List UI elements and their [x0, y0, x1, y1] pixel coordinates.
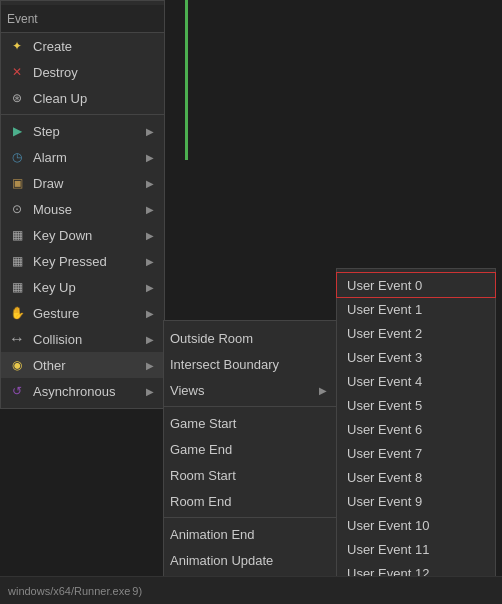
menu-item-destroy[interactable]: ✕ Destroy — [1, 59, 164, 85]
other-arrow: ▶ — [146, 360, 156, 370]
user-event-2-label: User Event 2 — [347, 326, 485, 341]
cleanup-icon: ⊛ — [7, 88, 27, 108]
menu-item-cleanup[interactable]: ⊛ Clean Up — [1, 85, 164, 111]
user-event-3-label: User Event 3 — [347, 350, 485, 365]
destroy-label: Destroy — [33, 65, 156, 80]
game-end-label: Game End — [170, 442, 329, 457]
l3-user-event-7[interactable]: User Event 7 — [337, 441, 495, 465]
draw-icon: ▣ — [7, 173, 27, 193]
menu-header: Event — [1, 5, 164, 33]
outside-room-label: Outside Room — [170, 331, 329, 346]
mouse-arrow: ▶ — [146, 204, 156, 214]
draw-label: Draw — [33, 176, 138, 191]
l3-user-event-6[interactable]: User Event 6 — [337, 417, 495, 441]
room-end-label: Room End — [170, 494, 329, 509]
alarm-arrow: ▶ — [146, 152, 156, 162]
menu-level-3: User Event 0 User Event 1 User Event 2 U… — [336, 268, 496, 604]
async-icon: ↺ — [7, 381, 27, 401]
gesture-icon: ✋ — [7, 303, 27, 323]
menu-item-collision[interactable]: ↔ Collision ▶ ✕ — [1, 326, 164, 352]
user-event-10-label: User Event 10 — [347, 518, 485, 533]
keydown-arrow: ▶ — [146, 230, 156, 240]
status-bar: windows/x64/Runner.exe 9) — [0, 576, 502, 604]
l2-views[interactable]: Views ▶ — [164, 377, 337, 403]
keyup-icon: ▦ — [7, 277, 27, 297]
destroy-icon: ✕ — [7, 62, 27, 82]
menu-item-keydown[interactable]: ▦ Key Down ▶ — [1, 222, 164, 248]
menu-level-2: Outside Room Intersect Boundary Views ▶ … — [163, 320, 338, 604]
user-event-6-label: User Event 6 — [347, 422, 485, 437]
game-start-label: Game Start — [170, 416, 329, 431]
draw-arrow: ▶ — [146, 178, 156, 188]
cleanup-label: Clean Up — [33, 91, 156, 106]
collision-icon: ↔ — [7, 329, 27, 349]
gesture-label: Gesture — [33, 306, 138, 321]
keypressed-arrow: ▶ — [146, 256, 156, 266]
create-icon: ✦ — [7, 36, 27, 56]
l3-user-event-9[interactable]: User Event 9 — [337, 489, 495, 513]
user-event-4-label: User Event 4 — [347, 374, 485, 389]
l3-user-event-3[interactable]: User Event 3 — [337, 345, 495, 369]
mouse-label: Mouse — [33, 202, 138, 217]
gesture-arrow: ▶ — [146, 308, 156, 318]
l3-user-event-1[interactable]: User Event 1 — [337, 297, 495, 321]
l3-user-event-10[interactable]: User Event 10 — [337, 513, 495, 537]
keyup-label: Key Up — [33, 280, 138, 295]
l2-game-start[interactable]: Game Start — [164, 410, 337, 436]
other-icon: ◉ — [7, 355, 27, 375]
menu-item-draw[interactable]: ▣ Draw ▶ — [1, 170, 164, 196]
animation-end-label: Animation End — [170, 527, 329, 542]
intersect-boundary-label: Intersect Boundary — [170, 357, 329, 372]
menu-item-alarm[interactable]: ◷ Alarm ▶ — [1, 144, 164, 170]
menu-item-keyup[interactable]: ▦ Key Up ▶ — [1, 274, 164, 300]
create-label: Create — [33, 39, 156, 54]
l2-intersect-boundary[interactable]: Intersect Boundary — [164, 351, 337, 377]
async-label: Asynchronous — [33, 384, 138, 399]
l2-animation-update[interactable]: Animation Update — [164, 547, 337, 573]
l3-user-event-0[interactable]: User Event 0 — [337, 273, 495, 297]
step-icon: ▶ — [7, 121, 27, 141]
other-label: Other — [33, 358, 138, 373]
menu-item-create[interactable]: ✦ Create — [1, 33, 164, 59]
async-arrow: ▶ — [146, 386, 156, 396]
animation-update-label: Animation Update — [170, 553, 329, 568]
status-text: windows/x64/Runner.exe — [8, 585, 130, 597]
menu-item-gesture[interactable]: ✋ Gesture ▶ — [1, 300, 164, 326]
menu-item-keypressed[interactable]: ▦ Key Pressed ▶ — [1, 248, 164, 274]
collision-label: Collision — [33, 332, 138, 347]
l2-sep-1 — [164, 406, 337, 407]
user-event-11-label: User Event 11 — [347, 542, 485, 557]
menu-item-asynchronous[interactable]: ↺ Asynchronous ▶ — [1, 378, 164, 404]
canvas-green-line — [185, 0, 188, 160]
l3-user-event-8[interactable]: User Event 8 — [337, 465, 495, 489]
l3-user-event-4[interactable]: User Event 4 — [337, 369, 495, 393]
l2-sep-2 — [164, 517, 337, 518]
user-event-7-label: User Event 7 — [347, 446, 485, 461]
alarm-label: Alarm — [33, 150, 138, 165]
keyup-arrow: ▶ — [146, 282, 156, 292]
user-event-0-label: User Event 0 — [347, 278, 485, 293]
collision-arrow: ▶ — [146, 334, 156, 344]
l3-user-event-5[interactable]: User Event 5 — [337, 393, 495, 417]
l2-outside-room[interactable]: Outside Room — [164, 325, 337, 351]
step-label: Step — [33, 124, 138, 139]
menu-item-step[interactable]: ▶ Step ▶ — [1, 118, 164, 144]
menu-item-mouse[interactable]: ⊙ Mouse ▶ — [1, 196, 164, 222]
user-event-9-label: User Event 9 — [347, 494, 485, 509]
menu-item-other[interactable]: ◉ Other ▶ — [1, 352, 164, 378]
user-event-1-label: User Event 1 — [347, 302, 485, 317]
l3-user-event-2[interactable]: User Event 2 — [337, 321, 495, 345]
step-arrow: ▶ — [146, 126, 156, 136]
keydown-label: Key Down — [33, 228, 138, 243]
l2-room-end[interactable]: Room End — [164, 488, 337, 514]
keypressed-label: Key Pressed — [33, 254, 138, 269]
l2-animation-end[interactable]: Animation End — [164, 521, 337, 547]
l2-room-start[interactable]: Room Start — [164, 462, 337, 488]
alarm-icon: ◷ — [7, 147, 27, 167]
menu-header-label: Event — [7, 12, 38, 26]
l3-user-event-11[interactable]: User Event 11 — [337, 537, 495, 561]
views-arrow: ▶ — [319, 385, 329, 395]
room-start-label: Room Start — [170, 468, 329, 483]
l2-game-end[interactable]: Game End — [164, 436, 337, 462]
mouse-icon: ⊙ — [7, 199, 27, 219]
